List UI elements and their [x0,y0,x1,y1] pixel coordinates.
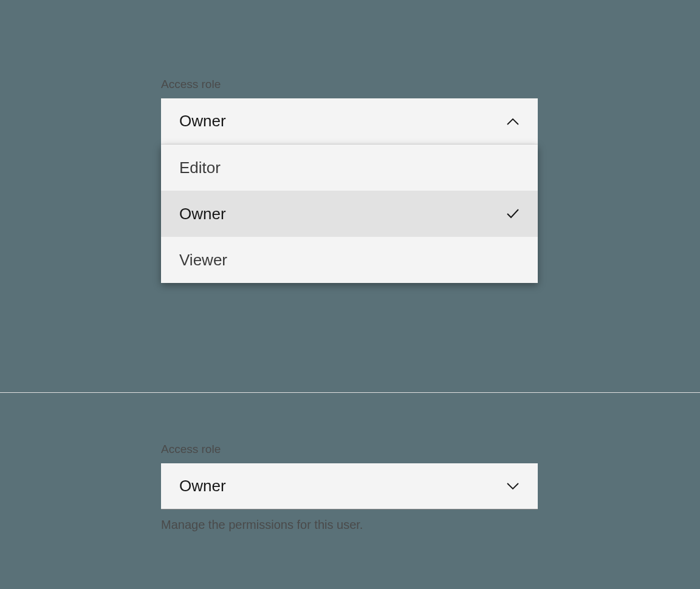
access-role-field-closed: Access role Owner Manage the permissions… [161,443,538,532]
access-role-field-open: Access role Owner Editor Owner Viewer [161,78,538,283]
option-label: Owner [179,205,226,223]
section-divider [0,392,700,393]
option-editor[interactable]: Editor [161,145,538,191]
chevron-down-icon [506,480,520,493]
option-label: Editor [179,158,221,177]
helper-text: Manage the permissions for this user. [161,518,538,532]
field-label: Access role [161,443,538,456]
option-owner[interactable]: Owner [161,191,538,237]
option-viewer[interactable]: Viewer [161,237,538,283]
checkmark-icon [506,207,520,220]
access-role-dropdown: Editor Owner Viewer [161,145,538,283]
chevron-up-icon [506,115,520,128]
access-role-select-trigger[interactable]: Owner [161,98,538,145]
option-label: Viewer [179,251,227,270]
access-role-select-trigger[interactable]: Owner [161,463,538,509]
field-label: Access role [161,78,538,91]
selected-value: Owner [179,112,226,131]
selected-value: Owner [179,477,226,495]
